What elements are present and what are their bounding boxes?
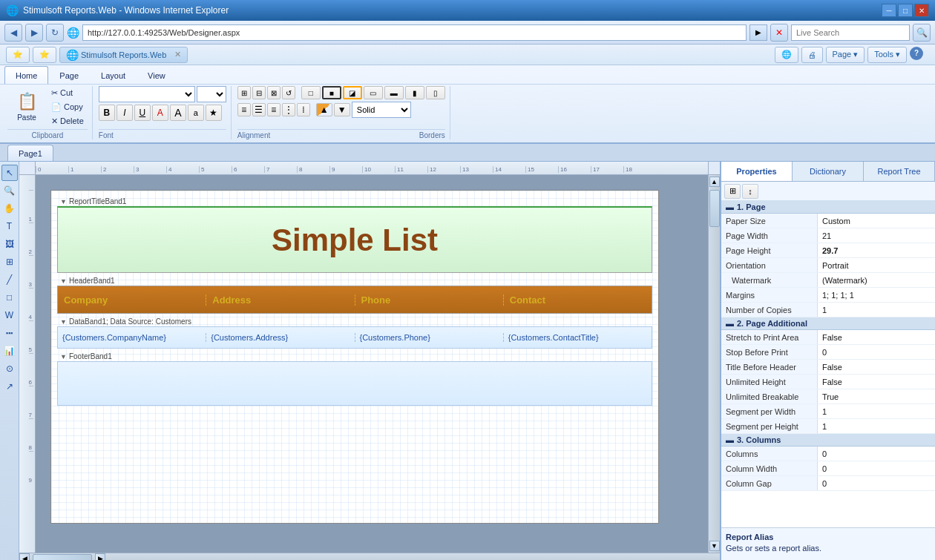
tab-close-icon[interactable]: ✕ xyxy=(174,50,181,59)
minimize-button[interactable]: ─ xyxy=(882,4,896,17)
scroll-thumb-v[interactable] xyxy=(709,190,720,227)
tool-text[interactable]: T xyxy=(1,218,18,234)
align-left-btn[interactable]: ≡ xyxy=(237,103,251,116)
props-tab-dictionary[interactable]: Dictionary xyxy=(793,162,864,181)
address-input[interactable] xyxy=(82,24,747,41)
paste-button[interactable]: 📋 Paste xyxy=(7,86,46,128)
tool-zoom[interactable]: 🔍 xyxy=(1,182,18,199)
align-grid-btn1[interactable]: ⊞ xyxy=(237,86,251,99)
ie-settings-btn[interactable]: 🌐 xyxy=(775,47,798,63)
font-size-select[interactable] xyxy=(197,86,226,102)
forward-button[interactable]: ▶ xyxy=(25,24,43,42)
align-grid-btn3[interactable]: ⊠ xyxy=(267,86,280,99)
tab-page[interactable]: Page xyxy=(48,66,90,84)
font-color-button[interactable]: A xyxy=(152,105,168,121)
border-dbl-btn[interactable]: ▯ xyxy=(426,86,445,99)
header-col-address: Address xyxy=(206,294,355,306)
vertical-scrollbar[interactable]: ▲ ▼ xyxy=(708,175,720,553)
search-button[interactable]: 🔍 xyxy=(913,24,931,42)
border-solid-btn[interactable]: ■ xyxy=(322,86,341,99)
ruler-corner xyxy=(19,162,36,175)
refresh-page-btn[interactable]: ✕ xyxy=(770,24,788,42)
border-db-btn[interactable]: ▮ xyxy=(405,86,424,99)
cut-button[interactable]: ✂ Cut xyxy=(47,86,88,99)
highlight-button[interactable]: ★ xyxy=(206,105,222,121)
border-l-btn[interactable]: ▬ xyxy=(384,86,404,99)
maximize-button[interactable]: □ xyxy=(898,4,913,17)
tool-barcode[interactable]: ▪▪▪ xyxy=(1,325,18,341)
prop-columns: Columns 0 xyxy=(721,447,935,461)
props-tab-properties[interactable]: Properties xyxy=(721,162,793,181)
tool-font-w[interactable]: W xyxy=(1,307,18,323)
horizontal-scrollbar[interactable]: ◀ ▶ xyxy=(19,553,720,560)
close-button[interactable]: ✕ xyxy=(914,4,929,17)
scroll-left-btn[interactable]: ◀ xyxy=(19,553,30,560)
italic-button[interactable]: I xyxy=(117,105,133,121)
scroll-right-btn[interactable]: ▶ xyxy=(95,553,105,560)
align-distribute-btn[interactable]: ⁞ xyxy=(297,103,310,116)
tool-rect[interactable]: □ xyxy=(1,289,18,306)
props-grid-btn[interactable]: ⊞ xyxy=(724,184,741,199)
border-orange-btn[interactable]: ◪ xyxy=(343,86,362,99)
page-tab-bar: Page1 xyxy=(0,144,935,162)
page-section-header[interactable]: ▬ 1. Page xyxy=(721,201,935,214)
print-btn[interactable]: 🖨 xyxy=(801,47,823,63)
font-name-select[interactable] xyxy=(99,86,195,102)
additional-section-header[interactable]: ▬ 2. Page Additional xyxy=(721,317,935,330)
app-tab[interactable]: 🌐 Stimulsoft Reports.Web ✕ xyxy=(59,47,188,63)
align-justify-btn[interactable]: ⋮ xyxy=(282,103,295,116)
page-menu-btn[interactable]: Page ▾ xyxy=(826,47,865,63)
data-band-label: DataBand1; Data Source: Customers xyxy=(69,317,191,326)
title-band-label: ReportTitleBand1 xyxy=(69,197,126,205)
align-undo-btn[interactable]: ↺ xyxy=(282,86,295,99)
refresh-button[interactable]: ↻ xyxy=(46,24,64,42)
align-right-btn[interactable]: ≡ xyxy=(267,103,280,116)
decrease-font-button[interactable]: a xyxy=(188,105,204,121)
go-button[interactable]: ▶ xyxy=(749,24,767,41)
tool-gauge[interactable]: ⊙ xyxy=(1,360,18,377)
delete-button[interactable]: ✕ Delete xyxy=(47,114,88,128)
ruler-10: 10 xyxy=(362,166,395,173)
columns-section-header[interactable]: ▬ 3. Columns xyxy=(721,434,935,447)
tool-image[interactable]: 🖼 xyxy=(1,236,18,252)
scroll-down-btn[interactable]: ▼ xyxy=(709,541,720,551)
fill-color-btn[interactable]: ▲ xyxy=(316,103,332,116)
page1-tab[interactable]: Page1 xyxy=(7,145,53,161)
tools-menu-btn[interactable]: Tools ▾ xyxy=(867,47,907,63)
props-sort-btn[interactable]: ↕ xyxy=(742,184,758,199)
tool-chart[interactable]: 📊 xyxy=(1,343,18,359)
align-grid-btn2[interactable]: ⊟ xyxy=(252,86,266,99)
underline-button[interactable]: U xyxy=(134,105,151,121)
tool-line[interactable]: ╱ xyxy=(1,271,18,288)
tool-arrow[interactable]: ↗ xyxy=(1,378,18,395)
increase-font-button[interactable]: A xyxy=(170,105,186,121)
ruler-15: 15 xyxy=(525,166,558,173)
canvas-area[interactable]: ▼ ReportTitleBand1 Simple List ▼ Hea xyxy=(36,175,708,553)
favorites-star1[interactable]: ⭐ xyxy=(6,47,30,63)
bold-button[interactable]: B xyxy=(99,105,115,121)
border-r-btn[interactable]: ▭ xyxy=(364,86,383,99)
prop-page-height: Page Height 29.7 xyxy=(721,243,935,258)
prop-seg-width: Segment per Width 1 xyxy=(721,404,935,419)
border-color-btn[interactable]: ▼ xyxy=(334,103,350,116)
border-style-select[interactable]: Solid xyxy=(352,102,411,118)
tool-table[interactable]: ⊞ xyxy=(1,254,18,270)
scroll-thumb-h[interactable] xyxy=(33,554,92,560)
header-col-contact: Contact xyxy=(504,294,652,306)
favorites-star2[interactable]: ⭐ xyxy=(33,47,56,63)
ruler-17: 17 xyxy=(591,166,623,173)
tab-view[interactable]: View xyxy=(137,66,177,84)
align-center-btn[interactable]: ☰ xyxy=(252,103,266,116)
tool-select[interactable]: ↖ xyxy=(1,165,18,181)
tab-home[interactable]: Home xyxy=(4,66,48,84)
back-button[interactable]: ◀ xyxy=(4,24,22,42)
canvas-row: 1 2 3 4 5 6 7 8 9 ▼ xyxy=(19,175,720,553)
copy-button[interactable]: 📄 Copy xyxy=(47,100,88,113)
props-tab-tree[interactable]: Report Tree xyxy=(864,162,935,181)
scroll-up-btn[interactable]: ▲ xyxy=(709,177,720,187)
tab-layout[interactable]: Layout xyxy=(90,66,137,84)
tool-hand[interactable]: ✋ xyxy=(1,200,18,217)
border-none-btn[interactable]: □ xyxy=(301,86,321,99)
search-input[interactable] xyxy=(791,24,910,41)
footer-band-content xyxy=(57,361,652,406)
